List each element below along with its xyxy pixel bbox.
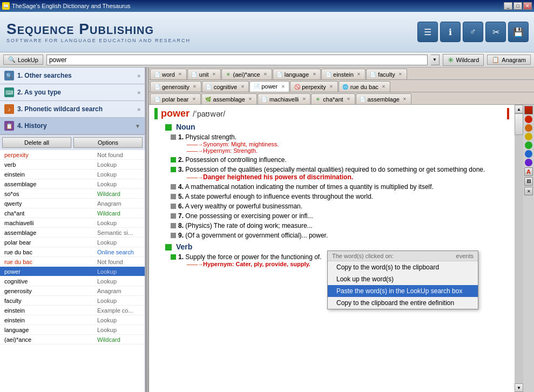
search-dropdown[interactable]: ▼ [431, 55, 440, 65]
history-row[interactable]: faculty Lookup [0, 296, 145, 306]
context-item-copy-word[interactable]: Copy to the word(s) to the clipboard [328, 261, 478, 273]
tab-cha-ant[interactable]: ✳ cha*ant ✕ [311, 93, 355, 104]
sidebar-bottom-buttons: Delete all Options [0, 134, 145, 150]
tab-perpexity-close[interactable]: ✕ [329, 84, 334, 90]
color-purple-dot[interactable] [525, 159, 532, 166]
history-row[interactable]: qwerty Anagram [0, 199, 145, 208]
minimize-button[interactable]: _ [504, 2, 512, 10]
sidebar-item-as-you-type[interactable]: ⌨ 2. As you type » [0, 84, 145, 100]
maximize-button[interactable]: □ [513, 2, 522, 10]
scroll-down-button[interactable]: ▼ [515, 383, 523, 392]
sidebar-item-other-searches[interactable]: 🔍 1. Other searches » [0, 67, 145, 84]
history-row[interactable]: so*os Wildcard [0, 189, 145, 199]
color-red-dot[interactable] [525, 116, 532, 123]
title-bar: 📖 TheSage's English Dictionary and Thesa… [0, 0, 534, 12]
tab-rue-du-bac[interactable]: 🌐 rue du bac ✕ [339, 81, 390, 92]
history-row[interactable]: assemblage Lookup [0, 179, 145, 189]
wildcard-button[interactable]: ✳ Wildcard [443, 54, 484, 66]
tab-polar-bear[interactable]: 📄 polar bear ✕ [150, 93, 201, 104]
history-row[interactable]: perpexity Not found [0, 150, 145, 160]
entry-9-content: 9. (Of a government or government offici… [178, 232, 328, 239]
history-row[interactable]: language Lookup [0, 325, 145, 335]
context-item-copy-def[interactable]: Copy to the clipboard the entire definit… [328, 297, 478, 309]
right-btn-img[interactable]: 🖼 [524, 177, 533, 186]
tab-power[interactable]: 📄 power ✕ [249, 81, 289, 92]
tab-unit[interactable]: 📄 unit ✕ [187, 69, 221, 79]
tab-cognitive-close[interactable]: ✕ [240, 84, 245, 90]
definition-phonetic: /ˈpaʊwər/ [193, 110, 225, 118]
brand-btn-3[interactable]: ♂ [463, 22, 483, 42]
lookup-button[interactable]: 🔍 LookUp [3, 55, 43, 65]
tab-faculty-label: faculty [378, 71, 395, 78]
tab-rue-du-bac-close[interactable]: ✕ [381, 84, 387, 90]
history-row[interactable]: einstein Example co... [0, 306, 145, 315]
right-btn-1[interactable] [524, 106, 533, 114]
color-yellow-dot[interactable] [525, 133, 532, 140]
history-row[interactable]: verb Lookup [0, 160, 145, 170]
brand-btn-2[interactable]: ℹ [440, 22, 461, 42]
options-button[interactable]: Options [73, 137, 143, 148]
tab-faculty[interactable]: 📄 faculty ✕ [366, 69, 407, 79]
tab-perpexity[interactable]: 🚫 perpexity ✕ [290, 81, 338, 92]
tab-word-close[interactable]: ✕ [178, 72, 183, 77]
color-green-dot[interactable] [525, 141, 532, 149]
delete-all-button[interactable]: Delete all [2, 137, 71, 148]
tab-polar-bear-close[interactable]: ✕ [192, 97, 197, 102]
tab-power-close[interactable]: ✕ [280, 84, 286, 89]
history-row[interactable]: einstein Lookup [0, 170, 145, 179]
history-row[interactable]: (aei)*ance Wildcard [0, 335, 145, 344]
context-item-lookup[interactable]: Look up the word(s) [328, 273, 478, 285]
history-row[interactable]: assemblage Semantic si... [0, 228, 145, 238]
tab-assemblage1-close[interactable]: ✕ [248, 97, 253, 102]
history-row[interactable]: einstein Lookup [0, 315, 145, 325]
tab-machiavelli-close[interactable]: ✕ [301, 97, 307, 102]
tab-machiavelli[interactable]: 📄 machiavelli ✕ [258, 93, 310, 104]
tab-word[interactable]: 📄 word ✕ [150, 69, 187, 79]
history-row[interactable]: rue du bac Online search [0, 247, 145, 257]
tab-language-close[interactable]: ✕ [312, 72, 317, 77]
tab-language[interactable]: 📄 language ✕ [273, 69, 321, 79]
history-row[interactable]: cha*ant Wildcard [0, 208, 145, 218]
history-row[interactable]: polar bear Lookup [0, 238, 145, 247]
brand-btn-5[interactable]: 💾 [508, 22, 529, 42]
tab-generosity[interactable]: 📄 generosity ✕ [150, 81, 201, 92]
tab-aei-ance[interactable]: ✳ (aei)*ance ✕ [221, 69, 272, 79]
brand-btn-4[interactable]: ✂ [485, 22, 506, 42]
color-orange-dot[interactable] [525, 124, 532, 132]
tab-unit-close[interactable]: ✕ [212, 72, 217, 77]
scroll-thumb[interactable] [515, 113, 523, 135]
history-word: cognitive [4, 278, 97, 285]
scroll-up-button[interactable]: ▲ [515, 105, 523, 113]
history-row[interactable]: rue du bac Not found [0, 257, 145, 267]
right-btn-x[interactable]: ✕ [524, 187, 533, 195]
brand-btn-1[interactable]: ☰ [417, 22, 438, 42]
scroll-track[interactable] [515, 113, 523, 383]
tab-einstein[interactable]: 📄 einstein ✕ [321, 69, 366, 79]
definition-scroll[interactable]: power /ˈpaʊwər/ Noun 1. Physical strengt… [149, 105, 515, 392]
tab-aei-close[interactable]: ✕ [263, 72, 268, 77]
search-input[interactable] [46, 55, 428, 65]
entry-4-num: 4. [178, 183, 184, 191]
tab-einstein-close[interactable]: ✕ [356, 72, 362, 77]
phonetic-arrow: » [137, 106, 140, 112]
history-row[interactable]: generosity Anagram [0, 286, 145, 296]
tab-cha-ant-close[interactable]: ✕ [346, 97, 352, 102]
history-row-selected[interactable]: power Lookup [0, 267, 145, 276]
history-row[interactable]: cognitive Lookup [0, 276, 145, 286]
close-button[interactable]: ✕ [523, 2, 532, 10]
tab-generosity-close[interactable]: ✕ [192, 84, 198, 90]
anagram-button[interactable]: 📋 Anagram [487, 55, 531, 65]
history-row[interactable]: machiavelli Lookup [0, 218, 145, 228]
color-blue-dot[interactable] [525, 150, 532, 158]
right-btn-A[interactable]: A [524, 167, 533, 176]
sidebar-item-history[interactable]: 📋 4. History ▼ [0, 118, 145, 134]
vertical-scrollbar[interactable]: ▲ ▼ [515, 105, 523, 392]
tab-assemblage-2[interactable]: 📄 assemblage ✕ [356, 93, 411, 104]
context-item-paste-lookup[interactable]: Paste the word(s) in the LookUp search b… [328, 285, 478, 297]
sidebar-item-phonetic[interactable]: ♪ 3. Phonetic wildcard search » [0, 101, 145, 117]
tab-cognitive[interactable]: 📄 cognitive ✕ [202, 81, 249, 92]
tab-assemblage2-close[interactable]: ✕ [402, 97, 408, 102]
toolbar: 🔍 LookUp ▼ ✳ Wildcard 📋 Anagram [0, 52, 534, 67]
tab-assemblage-1[interactable]: 🌿 assemblage ✕ [201, 93, 257, 104]
tab-faculty-close[interactable]: ✕ [398, 72, 403, 77]
